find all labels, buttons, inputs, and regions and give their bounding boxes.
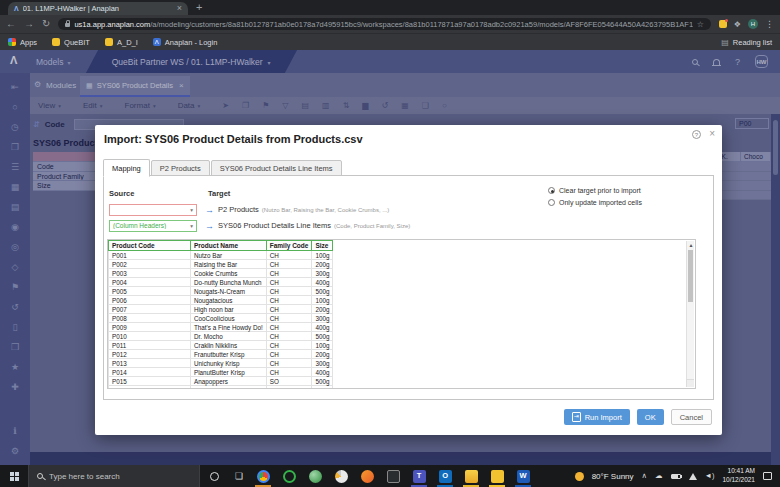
mapping-row: ▾ → P2 Products (Nutzo Bar, Raising the … [109, 203, 389, 216]
bookmark-adi[interactable]: A_D_I [105, 38, 138, 47]
chrome-icon[interactable] [250, 465, 276, 487]
table-row: P001 Nutzo Bar CH 100g [109, 251, 333, 260]
reload-icon[interactable]: ↻ [42, 19, 50, 29]
bookmark-anaplan-login[interactable]: Λ Anaplan - Login [153, 38, 218, 47]
reading-list-icon: ▤ [721, 38, 729, 47]
cancel-button[interactable]: Cancel [671, 409, 712, 425]
source-select-line-items[interactable]: (Column Headers) ▾ [109, 220, 197, 232]
table-row: P005 Nougats-N-Cream CH 500g [109, 287, 333, 296]
outlook-icon[interactable]: O [432, 465, 458, 487]
action-center-icon[interactable] [763, 472, 772, 480]
preview-header-row: Product CodeProduct NameFamily CodeSize [109, 241, 333, 251]
volume-icon[interactable]: ◄) [705, 472, 715, 480]
target-name: SYS06 Product Details Line Items [218, 221, 331, 230]
forward-icon[interactable]: → [24, 19, 34, 29]
start-button[interactable] [0, 465, 28, 487]
cortana-icon[interactable] [210, 472, 219, 481]
back-icon[interactable]: ← [6, 19, 16, 29]
import-dialog: Import: SYS06 Product Details from Produ… [95, 125, 722, 435]
taskbar-clock[interactable]: 10:41 AM 10/12/2021 [722, 467, 755, 485]
table-row: P013 Unichunky Krisp CH 300g [109, 359, 333, 368]
sticky-notes-icon[interactable] [484, 465, 510, 487]
weather-text[interactable]: 80°F Sunny [592, 472, 634, 481]
ok-button[interactable]: OK [637, 409, 664, 425]
bookmarks-bar: Apps QueBIT A_D_I Λ Anaplan - Login [0, 33, 780, 50]
option-clear-target[interactable]: Clear target prior to import [548, 187, 642, 194]
option-update-cells[interactable]: Only update imported cells [548, 199, 642, 206]
green-ring-app-icon[interactable] [276, 465, 302, 487]
tab-close-icon[interactable]: × [177, 4, 182, 13]
browser-tab-strip: Λ 01. L1MP-HWalker | Anaplan × + [0, 0, 780, 15]
reading-list-label: Reading list [733, 38, 772, 47]
source-select-p2-products[interactable]: ▾ [109, 204, 197, 216]
preview-panel: Product CodeProduct NameFamily CodeSize … [107, 239, 696, 389]
search-icon [37, 473, 43, 479]
preview-table-body: P001 Nutzo Bar CH 100g P002 Raising the … [109, 251, 333, 390]
table-row: P008 CooCoolicious CH 300g [109, 314, 333, 323]
tab-p2-products[interactable]: P2 Products [151, 160, 210, 176]
browser-menu-icon[interactable]: ⋮ [765, 19, 774, 29]
scroll-corner [686, 379, 694, 387]
table-row: P004 Do-nutty Buncha Munch CH 400g [109, 278, 333, 287]
screen: Λ 01. L1MP-HWalker | Anaplan × + ← → ↻ u… [0, 0, 780, 487]
new-tab-button[interactable]: + [196, 1, 202, 13]
mapping-row: (Column Headers) ▾ → SYS06 Product Detai… [109, 219, 410, 232]
table-row: P015 Anapoppers SO 500g [109, 377, 333, 386]
taskbar-search-input[interactable] [49, 472, 191, 481]
reading-list-button[interactable]: ▤ Reading list [721, 38, 772, 47]
system-tray: 80°F Sunny ∧ ☁ ◄) 10:41 AM 10/12/2021 [575, 467, 780, 485]
table-row: P012 Franutbutter Krisp CH 200g [109, 350, 333, 359]
chevron-down-icon: ▾ [190, 223, 193, 229]
clock-time: 10:41 AM [722, 467, 755, 476]
green-globe-app-icon[interactable] [302, 465, 328, 487]
bookmark-apps[interactable]: Apps [8, 38, 37, 47]
anaplan-app: Λ Models▾ QueBit Partner WS / 01. L1MP-H… [0, 50, 780, 465]
chevron-down-icon: ▾ [190, 207, 193, 213]
column-header: Product Code [109, 241, 191, 251]
taskbar-search[interactable] [28, 465, 200, 487]
extension-icon[interactable] [719, 20, 727, 28]
browser-tab-title: 01. L1MP-HWalker | Anaplan [23, 4, 173, 13]
scroll-up-icon[interactable]: ▲ [687, 241, 695, 249]
onedrive-cloud-icon[interactable]: ☁ [655, 472, 663, 480]
word-icon[interactable]: W [510, 465, 536, 487]
source-label: Source [109, 189, 134, 198]
browser-profile-avatar[interactable]: H [748, 19, 758, 29]
bookmark-quebit[interactable]: QueBIT [52, 38, 90, 47]
windows-taskbar: ❏ [0, 465, 780, 487]
browser-tab[interactable]: Λ 01. L1MP-HWalker | Anaplan × [8, 2, 188, 15]
map-arrow-icon: → [205, 221, 214, 231]
extensions-puzzle-icon[interactable]: ❖ [734, 20, 741, 29]
bookmark-star-icon[interactable]: ☆ [697, 20, 704, 29]
table-row: P016 Juicy Lucy gummies SO 100g [109, 386, 333, 390]
windows-logo-icon [10, 472, 19, 481]
tab-line-items[interactable]: SYS06 Product Details Line Items [211, 160, 342, 176]
show-hidden-icons[interactable]: ∧ [642, 472, 648, 480]
pie-chart-app-icon[interactable] [328, 465, 354, 487]
url-bar[interactable]: us1a.app.anaplan.com/a/modeling/customer… [58, 18, 710, 30]
table-row: P003 Cookie Crumbs CH 300g [109, 269, 333, 278]
file-explorer-icon[interactable] [458, 465, 484, 487]
bookmark-icon [8, 38, 16, 46]
orange-app-icon[interactable] [354, 465, 380, 487]
import-icon: ⇥ [572, 412, 581, 422]
bookmark-icon [52, 38, 60, 46]
task-view-icon[interactable]: ❏ [235, 472, 243, 481]
table-row: P011 Craklin Nikklins CH 100g [109, 341, 333, 350]
column-header: Size [312, 241, 333, 251]
import-options: Clear target prior to import Only update… [548, 187, 642, 206]
table-scrollbar-thumb[interactable] [688, 250, 693, 302]
network-icon[interactable] [689, 473, 697, 480]
teams-icon[interactable]: T [406, 465, 432, 487]
table-row: P010 Dr. Mocho CH 500g [109, 332, 333, 341]
dialog-close-icon[interactable]: × [709, 128, 715, 139]
dialog-help-icon[interactable]: ? [692, 130, 701, 139]
table-row: P009 That's a Fine Howdy Do! CH 400g [109, 323, 333, 332]
clock-date: 10/12/2021 [722, 476, 755, 485]
window-app-icon[interactable] [380, 465, 406, 487]
run-import-button[interactable]: ⇥Run Import [564, 409, 630, 425]
weather-icon[interactable] [575, 472, 584, 481]
tab-mapping[interactable]: Mapping [103, 159, 150, 177]
battery-icon[interactable] [671, 474, 681, 479]
table-scrollbar[interactable]: ▲ [686, 241, 694, 387]
